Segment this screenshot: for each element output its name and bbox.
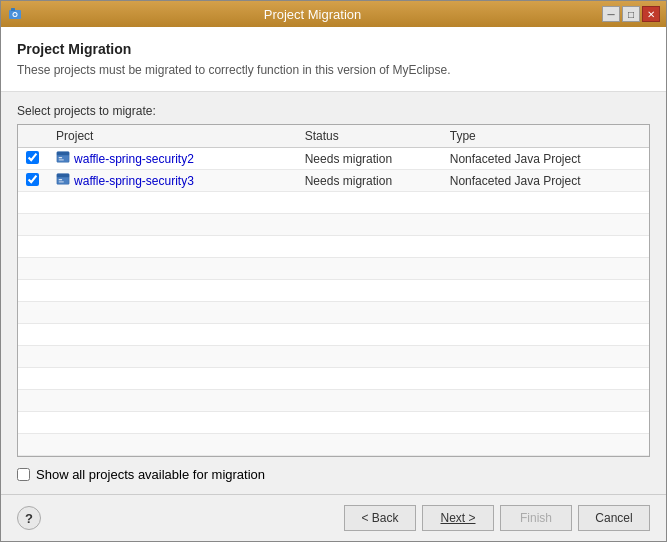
projects-table-container: Project Status Type waffle-spring-securi… <box>17 124 650 457</box>
empty-row <box>18 236 649 258</box>
row-checkbox[interactable] <box>26 151 39 164</box>
empty-row <box>18 390 649 412</box>
footer: ? < Back Next > Finish Cancel <box>1 494 666 541</box>
project-icon <box>56 150 70 167</box>
empty-row <box>18 434 649 456</box>
project-icon <box>56 172 70 189</box>
svg-rect-11 <box>59 181 64 182</box>
empty-row <box>18 346 649 368</box>
title-bar: Project Migration ─ □ ✕ <box>1 1 666 27</box>
cancel-button[interactable]: Cancel <box>578 505 650 531</box>
show-all-label[interactable]: Show all projects available for migratio… <box>36 467 265 482</box>
footer-right: < Back Next > Finish Cancel <box>344 505 650 531</box>
help-button[interactable]: ? <box>17 506 41 530</box>
svg-rect-7 <box>59 159 64 160</box>
row-status: Needs migration <box>297 170 442 192</box>
content-area: Project Migration These projects must be… <box>1 27 666 494</box>
svg-point-3 <box>14 13 17 16</box>
project-name: waffle-spring-security2 <box>74 152 194 166</box>
empty-row <box>18 192 649 214</box>
project-name: waffle-spring-security3 <box>74 174 194 188</box>
svg-rect-10 <box>59 179 63 180</box>
select-projects-label: Select projects to migrate: <box>17 104 650 118</box>
close-button[interactable]: ✕ <box>642 6 660 22</box>
row-type: Nonfaceted Java Project <box>442 148 649 170</box>
row-status: Needs migration <box>297 148 442 170</box>
window-controls: ─ □ ✕ <box>602 6 660 22</box>
maximize-button[interactable]: □ <box>622 6 640 22</box>
empty-row <box>18 280 649 302</box>
table-row: waffle-spring-security3Needs migrationNo… <box>18 170 649 192</box>
main-section: Select projects to migrate: Project Stat… <box>1 92 666 494</box>
empty-row <box>18 368 649 390</box>
page-title: Project Migration <box>17 41 650 57</box>
col-status-header: Status <box>297 125 442 148</box>
empty-row <box>18 302 649 324</box>
header-section: Project Migration These projects must be… <box>1 27 666 92</box>
table-header-row: Project Status Type <box>18 125 649 148</box>
header-description: These projects must be migrated to corre… <box>17 63 650 77</box>
row-checkbox[interactable] <box>26 173 39 186</box>
window-icon <box>7 6 23 22</box>
show-all-checkbox[interactable] <box>17 468 30 481</box>
svg-rect-5 <box>57 152 69 156</box>
svg-rect-9 <box>57 174 69 178</box>
col-checkbox <box>18 125 48 148</box>
project-migration-window: Project Migration ─ □ ✕ Project Migratio… <box>0 0 667 542</box>
empty-row <box>18 214 649 236</box>
show-all-row: Show all projects available for migratio… <box>17 467 650 482</box>
finish-button[interactable]: Finish <box>500 505 572 531</box>
minimize-button[interactable]: ─ <box>602 6 620 22</box>
empty-row <box>18 258 649 280</box>
footer-left: ? <box>17 506 41 530</box>
empty-row <box>18 324 649 346</box>
next-button[interactable]: Next > <box>422 505 494 531</box>
row-type: Nonfaceted Java Project <box>442 170 649 192</box>
svg-rect-6 <box>59 157 63 158</box>
empty-row <box>18 412 649 434</box>
table-row: waffle-spring-security2Needs migrationNo… <box>18 148 649 170</box>
svg-rect-1 <box>11 8 15 11</box>
col-type-header: Type <box>442 125 649 148</box>
projects-table: Project Status Type waffle-spring-securi… <box>18 125 649 456</box>
back-button[interactable]: < Back <box>344 505 416 531</box>
window-title: Project Migration <box>23 7 602 22</box>
col-project-header: Project <box>48 125 297 148</box>
